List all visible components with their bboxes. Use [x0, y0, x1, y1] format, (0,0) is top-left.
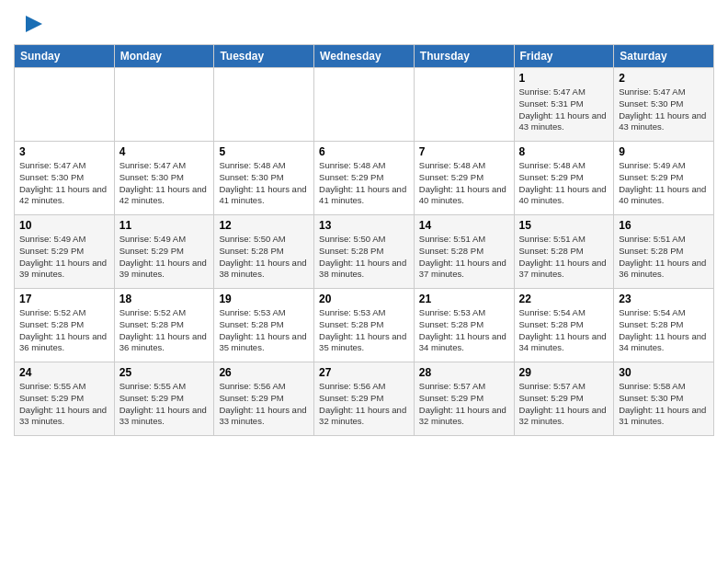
- calendar-cell: 19Sunrise: 5:53 AM Sunset: 5:28 PM Dayli…: [214, 289, 314, 362]
- day-info: Sunrise: 5:51 AM Sunset: 5:28 PM Dayligh…: [619, 234, 709, 281]
- calendar-week-2: 3Sunrise: 5:47 AM Sunset: 5:30 PM Daylig…: [15, 142, 714, 215]
- day-header-monday: Monday: [114, 45, 214, 68]
- day-number: 9: [619, 145, 709, 158]
- day-info: Sunrise: 5:52 AM Sunset: 5:28 PM Dayligh…: [19, 307, 109, 354]
- calendar-cell: 13Sunrise: 5:50 AM Sunset: 5:28 PM Dayli…: [314, 215, 415, 289]
- day-info: Sunrise: 5:48 AM Sunset: 5:30 PM Dayligh…: [219, 160, 309, 207]
- day-info: Sunrise: 5:53 AM Sunset: 5:28 PM Dayligh…: [319, 307, 409, 354]
- svg-marker-0: [26, 16, 42, 32]
- day-info: Sunrise: 5:47 AM Sunset: 5:30 PM Dayligh…: [119, 160, 210, 207]
- day-info: Sunrise: 5:50 AM Sunset: 5:28 PM Dayligh…: [319, 234, 409, 281]
- day-info: Sunrise: 5:55 AM Sunset: 5:29 PM Dayligh…: [119, 381, 210, 428]
- day-number: 21: [419, 293, 509, 305]
- calendar-week-3: 10Sunrise: 5:49 AM Sunset: 5:29 PM Dayli…: [15, 215, 714, 289]
- calendar-cell: 6Sunrise: 5:48 AM Sunset: 5:29 PM Daylig…: [314, 142, 415, 215]
- day-info: Sunrise: 5:51 AM Sunset: 5:28 PM Dayligh…: [519, 234, 609, 281]
- day-number: 8: [519, 145, 609, 158]
- day-header-saturday: Saturday: [614, 45, 714, 68]
- day-number: 17: [19, 293, 109, 305]
- day-info: Sunrise: 5:56 AM Sunset: 5:29 PM Dayligh…: [219, 381, 309, 428]
- day-number: 20: [319, 293, 409, 305]
- day-number: 11: [119, 219, 210, 232]
- calendar-cell: 4Sunrise: 5:47 AM Sunset: 5:30 PM Daylig…: [114, 142, 214, 215]
- day-info: Sunrise: 5:47 AM Sunset: 5:30 PM Dayligh…: [19, 160, 109, 207]
- calendar-cell: [414, 68, 514, 142]
- calendar-cell: 24Sunrise: 5:55 AM Sunset: 5:29 PM Dayli…: [15, 362, 115, 436]
- calendar-cell: 8Sunrise: 5:48 AM Sunset: 5:29 PM Daylig…: [514, 142, 614, 215]
- day-number: 19: [219, 293, 309, 305]
- day-number: 27: [319, 366, 409, 379]
- calendar-cell: 18Sunrise: 5:52 AM Sunset: 5:28 PM Dayli…: [114, 289, 214, 362]
- calendar-cell: [114, 68, 214, 142]
- calendar-week-4: 17Sunrise: 5:52 AM Sunset: 5:28 PM Dayli…: [15, 289, 714, 362]
- calendar-cell: 16Sunrise: 5:51 AM Sunset: 5:28 PM Dayli…: [614, 215, 714, 289]
- calendar-cell: 30Sunrise: 5:58 AM Sunset: 5:30 PM Dayli…: [614, 362, 714, 436]
- day-info: Sunrise: 5:54 AM Sunset: 5:28 PM Dayligh…: [519, 307, 609, 354]
- day-number: 5: [219, 145, 309, 158]
- calendar-cell: 1Sunrise: 5:47 AM Sunset: 5:31 PM Daylig…: [514, 68, 614, 142]
- day-number: 6: [319, 145, 409, 158]
- calendar-week-1: 1Sunrise: 5:47 AM Sunset: 5:31 PM Daylig…: [15, 68, 714, 142]
- calendar-cell: 2Sunrise: 5:47 AM Sunset: 5:30 PM Daylig…: [614, 68, 714, 142]
- day-number: 7: [419, 145, 509, 158]
- calendar-cell: 28Sunrise: 5:57 AM Sunset: 5:29 PM Dayli…: [414, 362, 514, 436]
- day-info: Sunrise: 5:50 AM Sunset: 5:28 PM Dayligh…: [219, 234, 309, 281]
- day-number: 15: [519, 219, 609, 232]
- logo: [14, 13, 44, 39]
- day-info: Sunrise: 5:53 AM Sunset: 5:28 PM Dayligh…: [419, 307, 509, 354]
- day-info: Sunrise: 5:56 AM Sunset: 5:29 PM Dayligh…: [319, 381, 409, 428]
- day-info: Sunrise: 5:49 AM Sunset: 5:29 PM Dayligh…: [119, 234, 210, 281]
- day-number: 4: [119, 145, 210, 158]
- calendar-cell: 5Sunrise: 5:48 AM Sunset: 5:30 PM Daylig…: [214, 142, 314, 215]
- day-info: Sunrise: 5:49 AM Sunset: 5:29 PM Dayligh…: [19, 234, 109, 281]
- day-header-friday: Friday: [514, 45, 614, 68]
- calendar-week-5: 24Sunrise: 5:55 AM Sunset: 5:29 PM Dayli…: [15, 362, 714, 436]
- calendar-cell: 17Sunrise: 5:52 AM Sunset: 5:28 PM Dayli…: [15, 289, 115, 362]
- day-info: Sunrise: 5:51 AM Sunset: 5:28 PM Dayligh…: [419, 234, 509, 281]
- calendar-table: SundayMondayTuesdayWednesdayThursdayFrid…: [14, 44, 714, 436]
- day-info: Sunrise: 5:57 AM Sunset: 5:29 PM Dayligh…: [419, 381, 509, 428]
- calendar-cell: [15, 68, 115, 142]
- calendar-cell: 23Sunrise: 5:54 AM Sunset: 5:28 PM Dayli…: [614, 289, 714, 362]
- page-header: [14, 9, 714, 39]
- day-number: 16: [619, 219, 709, 232]
- calendar-cell: 9Sunrise: 5:49 AM Sunset: 5:29 PM Daylig…: [614, 142, 714, 215]
- day-info: Sunrise: 5:53 AM Sunset: 5:28 PM Dayligh…: [219, 307, 309, 354]
- day-number: 1: [519, 72, 609, 85]
- day-info: Sunrise: 5:49 AM Sunset: 5:29 PM Dayligh…: [619, 160, 709, 207]
- calendar-cell: 29Sunrise: 5:57 AM Sunset: 5:29 PM Dayli…: [514, 362, 614, 436]
- calendar-cell: 14Sunrise: 5:51 AM Sunset: 5:28 PM Dayli…: [414, 215, 514, 289]
- day-number: 28: [419, 366, 509, 379]
- day-number: 14: [419, 219, 509, 232]
- day-info: Sunrise: 5:58 AM Sunset: 5:30 PM Dayligh…: [619, 381, 709, 428]
- calendar-cell: 15Sunrise: 5:51 AM Sunset: 5:28 PM Dayli…: [514, 215, 614, 289]
- calendar-cell: 11Sunrise: 5:49 AM Sunset: 5:29 PM Dayli…: [114, 215, 214, 289]
- calendar-cell: 25Sunrise: 5:55 AM Sunset: 5:29 PM Dayli…: [114, 362, 214, 436]
- day-number: 29: [519, 366, 609, 379]
- logo-icon: [17, 11, 44, 39]
- day-info: Sunrise: 5:57 AM Sunset: 5:29 PM Dayligh…: [519, 381, 609, 428]
- day-number: 12: [219, 219, 309, 232]
- calendar-cell: [314, 68, 415, 142]
- day-number: 18: [119, 293, 210, 305]
- day-header-sunday: Sunday: [15, 45, 115, 68]
- calendar-cell: [214, 68, 314, 142]
- day-number: 25: [119, 366, 210, 379]
- day-header-thursday: Thursday: [414, 45, 514, 68]
- day-number: 24: [19, 366, 109, 379]
- calendar-cell: 26Sunrise: 5:56 AM Sunset: 5:29 PM Dayli…: [214, 362, 314, 436]
- calendar-cell: 20Sunrise: 5:53 AM Sunset: 5:28 PM Dayli…: [314, 289, 415, 362]
- calendar-cell: 21Sunrise: 5:53 AM Sunset: 5:28 PM Dayli…: [414, 289, 514, 362]
- day-number: 13: [319, 219, 409, 232]
- day-number: 26: [219, 366, 309, 379]
- day-info: Sunrise: 5:52 AM Sunset: 5:28 PM Dayligh…: [119, 307, 210, 354]
- day-info: Sunrise: 5:48 AM Sunset: 5:29 PM Dayligh…: [319, 160, 409, 207]
- day-header-tuesday: Tuesday: [214, 45, 314, 68]
- day-number: 30: [619, 366, 709, 379]
- day-number: 2: [619, 72, 709, 85]
- calendar-cell: 22Sunrise: 5:54 AM Sunset: 5:28 PM Dayli…: [514, 289, 614, 362]
- calendar-cell: 27Sunrise: 5:56 AM Sunset: 5:29 PM Dayli…: [314, 362, 415, 436]
- day-header-wednesday: Wednesday: [314, 45, 415, 68]
- day-number: 10: [19, 219, 109, 232]
- day-number: 23: [619, 293, 709, 305]
